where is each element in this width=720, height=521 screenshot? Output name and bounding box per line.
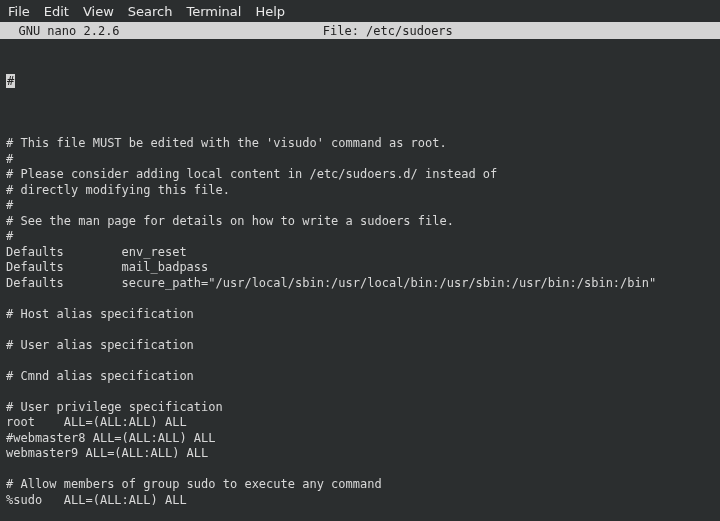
editor-line: # This file MUST be edited with the 'vis… (6, 136, 714, 152)
editor-line: webmaster9 ALL=(ALL:ALL) ALL (6, 446, 714, 462)
menu-edit[interactable]: Edit (44, 4, 69, 19)
editor-line (6, 462, 714, 478)
menubar: File Edit View Search Terminal Help (0, 0, 720, 22)
editor-line: #webmaster8 ALL=(ALL:ALL) ALL (6, 431, 714, 447)
editor-line: # directly modifying this file. (6, 183, 714, 199)
editor-line (6, 384, 714, 400)
cursor-highlight: # (6, 74, 15, 88)
menu-view[interactable]: View (83, 4, 114, 19)
editor-area[interactable]: # # This file MUST be edited with the 'v… (0, 39, 720, 521)
editor-line: Defaults env_reset (6, 245, 714, 261)
editor-line: %sudo ALL=(ALL:ALL) ALL (6, 493, 714, 509)
editor-line (6, 322, 714, 338)
editor-line: # Host alias specification (6, 307, 714, 323)
editor-line: # (6, 198, 714, 214)
editor-line: # Please consider adding local content i… (6, 167, 714, 183)
editor-line: # See the man page for details on how to… (6, 214, 714, 230)
menu-help[interactable]: Help (255, 4, 285, 19)
editor-line: Defaults mail_badpass (6, 260, 714, 276)
editor-line: # (6, 229, 714, 245)
editor-line: # (6, 152, 714, 168)
editor-line: # User privilege specification (6, 400, 714, 416)
editor-line: # Allow members of group sudo to execute… (6, 477, 714, 493)
menu-search[interactable]: Search (128, 4, 173, 19)
editor-line (6, 508, 714, 521)
menu-terminal[interactable]: Terminal (186, 4, 241, 19)
editor-line: Defaults secure_path="/usr/local/sbin:/u… (6, 276, 714, 292)
nano-version: GNU nano 2.2.6 (4, 24, 120, 38)
menu-file[interactable]: File (8, 4, 30, 19)
nano-titlebar: GNU nano 2.2.6 File: /etc/sudoers (0, 22, 720, 39)
editor-line (6, 121, 714, 137)
editor-line (6, 353, 714, 369)
editor-line: # Cmnd alias specification (6, 369, 714, 385)
editor-line (6, 291, 714, 307)
editor-line: root ALL=(ALL:ALL) ALL (6, 415, 714, 431)
editor-line: # (6, 74, 714, 90)
editor-line: # User alias specification (6, 338, 714, 354)
nano-filename: File: /etc/sudoers (120, 24, 656, 38)
